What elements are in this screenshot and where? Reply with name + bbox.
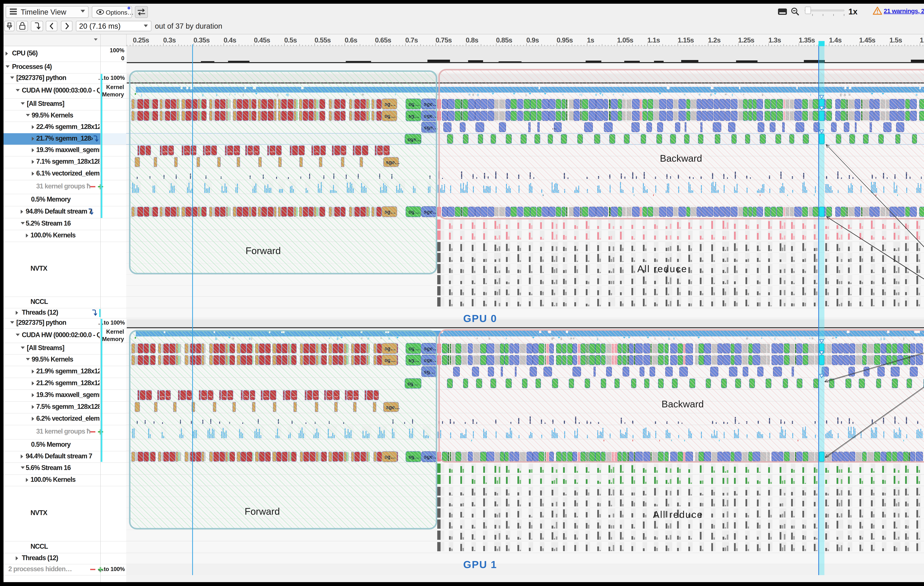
svg-text:Forward: Forward — [246, 245, 281, 256]
svg-text:Forward: Forward — [245, 506, 280, 517]
svg-text:All reduce: All reduce — [653, 509, 703, 520]
svg-text:Backward: Backward — [662, 399, 704, 409]
svg-text:Backward: Backward — [660, 153, 702, 164]
svg-text:GPU 1: GPU 1 — [463, 559, 497, 570]
svg-text:All reduce: All reduce — [637, 263, 687, 274]
svg-text:GPU 0: GPU 0 — [463, 313, 497, 324]
